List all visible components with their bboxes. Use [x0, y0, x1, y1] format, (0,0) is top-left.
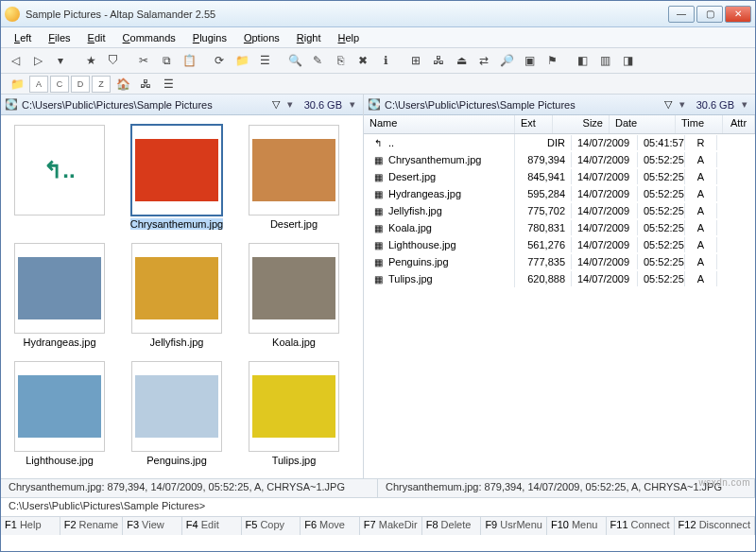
filter-icon[interactable]: ▽ — [272, 98, 280, 111]
thumb-item[interactable]: Tulips.jpg — [247, 361, 341, 466]
thumb-item[interactable]: Lighthouse.jpg — [12, 361, 107, 466]
back-button[interactable]: ◁ — [5, 50, 26, 71]
thumb-updir[interactable]: ↰.. — [12, 125, 107, 230]
refresh-button[interactable]: ⟳ — [209, 50, 230, 71]
fnkey-f12[interactable]: F12 Disconnect — [675, 517, 755, 535]
panel-both-button[interactable]: ▥ — [594, 50, 615, 71]
terminal-button[interactable]: ▣ — [519, 50, 540, 71]
col-name[interactable]: Name — [364, 115, 515, 133]
drive-menu-icon[interactable]: 📁 — [7, 74, 27, 95]
file-row[interactable]: ▦Penguins.jpg777,83514/07/200905:52:25A — [364, 253, 755, 270]
cut-button[interactable]: ✂ — [133, 50, 154, 71]
fnkey-f10[interactable]: F10 Menu — [547, 517, 607, 535]
menu-edit[interactable]: Edit — [80, 30, 113, 45]
dropdown-icon[interactable]: ▾ — [738, 98, 751, 111]
clipboard-button[interactable]: ⎘ — [330, 50, 351, 71]
menu-files[interactable]: Files — [41, 30, 77, 45]
right-list-view[interactable]: Name Ext Size Date Time Attr ↰..DIR14/07… — [364, 115, 755, 478]
favorites-button[interactable]: ★ — [80, 50, 101, 71]
panel-right-button[interactable]: ◨ — [617, 50, 638, 71]
fnkey-f5[interactable]: F5 Copy — [242, 517, 301, 535]
drivebar-extra-1[interactable]: 🖧 — [135, 74, 156, 95]
drive-d-button[interactable]: D — [71, 76, 90, 93]
thumb-item[interactable]: Koala.jpg — [247, 243, 341, 348]
drive-c-button[interactable]: C — [50, 76, 69, 93]
left-path[interactable]: C:\Users\Public\Pictures\Sample Pictures — [22, 99, 268, 111]
hot-paths-button[interactable]: ⛉ — [103, 50, 124, 71]
col-attr[interactable]: Attr — [723, 115, 755, 133]
col-time[interactable]: Time — [676, 115, 723, 133]
network-button[interactable]: 🖧 — [428, 50, 449, 71]
copy-button[interactable]: ⧉ — [156, 50, 177, 71]
file-row[interactable]: ▦Desert.jpg845,94114/07/200905:52:25A — [364, 168, 755, 185]
panel-left-button[interactable]: ◧ — [572, 50, 593, 71]
forward-button[interactable]: ▷ — [27, 50, 48, 71]
cell-date: 14/07/2009 — [572, 135, 638, 150]
minimize-button[interactable]: — — [668, 6, 695, 23]
history-dd[interactable]: ▾ — [50, 50, 71, 71]
fnkey-f11[interactable]: F11 Connect — [607, 517, 675, 535]
thumb-item[interactable]: Chrysanthemum.jpg — [129, 125, 224, 230]
disconnect-button[interactable]: ⏏ — [451, 50, 472, 71]
row-updir[interactable]: ↰..DIR14/07/200905:41:57R — [364, 134, 755, 151]
paste-button[interactable]: 📋 — [179, 50, 199, 71]
menu-left[interactable]: Left — [7, 30, 39, 45]
drive-z-button[interactable]: Z — [92, 76, 111, 93]
right-path-bar[interactable]: 💽 C:\Users\Public\Pictures\Sample Pictur… — [364, 95, 755, 115]
drivebar-extra-0[interactable]: 🏠 — [112, 74, 133, 95]
folder-up-button[interactable]: 📁 — [232, 50, 252, 71]
file-row[interactable]: ▦Chrysanthemum.jpg879,39414/07/200905:52… — [364, 151, 755, 168]
tree-button[interactable]: ☰ — [254, 50, 275, 71]
column-headers[interactable]: Name Ext Size Date Time Attr — [364, 115, 755, 134]
menu-plugins[interactable]: Plugins — [185, 30, 234, 45]
delete-button[interactable]: ✖ — [352, 50, 373, 71]
file-row[interactable]: ▦Lighthouse.jpg561,27614/07/200905:52:25… — [364, 236, 755, 253]
dropdown-icon[interactable]: ▾ — [346, 98, 359, 111]
col-date[interactable]: Date — [610, 115, 676, 133]
left-thumbnail-view[interactable]: ↰..Chrysanthemum.jpgDesert.jpgHydrangeas… — [1, 115, 363, 478]
col-size[interactable]: Size — [553, 115, 610, 133]
col-ext[interactable]: Ext — [515, 115, 553, 133]
fnkey-f9[interactable]: F9 UsrMenu — [481, 517, 547, 535]
menu-commands[interactable]: Commands — [115, 30, 183, 45]
filter-icon[interactable]: ▽ — [664, 98, 672, 111]
fnkey-f3[interactable]: F3 View — [123, 517, 182, 535]
fnkey-f7[interactable]: F7 MakeDir — [360, 517, 422, 535]
right-path[interactable]: C:\Users\Public\Pictures\Sample Pictures — [385, 99, 661, 111]
thumb-item[interactable]: Hydrangeas.jpg — [12, 243, 107, 348]
properties-button[interactable]: ℹ — [375, 50, 396, 71]
view-button[interactable]: 🔍 — [284, 50, 305, 71]
menu-right[interactable]: Right — [289, 30, 329, 45]
cell-size: 777,835 — [515, 254, 572, 269]
menu-options[interactable]: Options — [236, 30, 287, 45]
drive-icon[interactable]: 💽 — [368, 98, 381, 112]
edit-button[interactable]: ✎ — [307, 50, 328, 71]
drive-icon[interactable]: 💽 — [5, 98, 18, 112]
fnkey-f4[interactable]: F4 Edit — [182, 517, 242, 535]
find-button[interactable]: 🔎 — [496, 50, 517, 71]
file-row[interactable]: ▦Koala.jpg780,83114/07/200905:52:25A — [364, 219, 755, 236]
drive-bar-button[interactable]: ⊞ — [405, 50, 426, 71]
compare-button[interactable]: ⇄ — [473, 50, 494, 71]
command-line[interactable]: C:\Users\Public\Pictures\Sample Pictures… — [1, 497, 755, 516]
drive-a-button[interactable]: A — [29, 76, 48, 93]
maximize-button[interactable]: ▢ — [696, 6, 723, 23]
menu-help[interactable]: Help — [331, 30, 368, 45]
fnkey-f8[interactable]: F8 Delete — [422, 517, 482, 535]
fnkey-f1[interactable]: F1 Help — [1, 517, 60, 535]
thumbnail-image — [135, 257, 218, 319]
thumb-item[interactable]: Desert.jpg — [247, 125, 341, 230]
drivebar-extra-2[interactable]: ☰ — [158, 74, 179, 95]
close-button[interactable]: ✕ — [725, 6, 751, 23]
left-path-bar[interactable]: 💽 C:\Users\Public\Pictures\Sample Pictur… — [1, 95, 363, 115]
file-row[interactable]: ▦Hydrangeas.jpg595,28414/07/200905:52:25… — [364, 185, 755, 202]
thumb-item[interactable]: Jellyfish.jpg — [129, 243, 224, 348]
branding-button[interactable]: ⚑ — [541, 50, 562, 71]
file-row[interactable]: ▦Tulips.jpg620,88814/07/200905:52:25A — [364, 270, 755, 287]
thumb-item[interactable]: Penguins.jpg — [129, 361, 224, 466]
file-row[interactable]: ▦Jellyfish.jpg775,70214/07/200905:52:25A — [364, 202, 755, 219]
bookmark-icon[interactable]: ▾ — [676, 98, 689, 111]
bookmark-icon[interactable]: ▾ — [284, 98, 297, 111]
fnkey-f6[interactable]: F6 Move — [301, 517, 360, 535]
fnkey-f2[interactable]: F2 Rename — [60, 517, 123, 535]
